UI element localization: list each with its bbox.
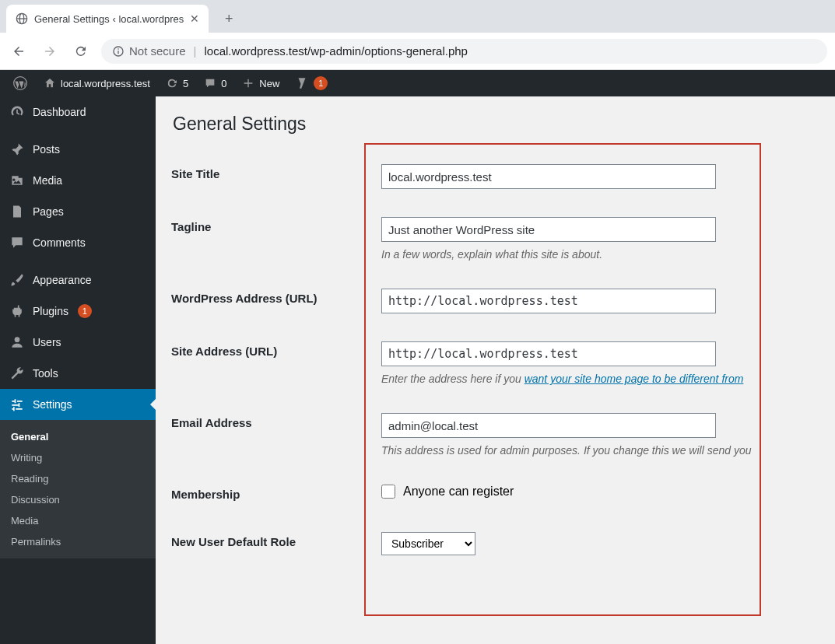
site-address-input[interactable] — [381, 341, 716, 366]
membership-checkbox[interactable] — [381, 485, 395, 499]
menu-label: Users — [33, 336, 61, 348]
tagline-label: Tagline — [171, 203, 374, 275]
menu-pages[interactable]: Pages — [0, 196, 156, 227]
submenu-media[interactable]: Media — [0, 510, 156, 531]
content-area: General Settings Site Title Tagline In a… — [156, 96, 835, 644]
forward-button[interactable] — [39, 40, 61, 62]
site-title-label: Site Title — [171, 150, 374, 203]
menu-label: Appearance — [33, 274, 92, 286]
menu-comments[interactable]: Comments — [0, 227, 156, 258]
site-name: local.wordpress.test — [61, 78, 150, 89]
new-tab-button[interactable]: + — [218, 8, 240, 30]
site-address-desc: Enter the address here if you want your … — [381, 373, 812, 385]
brush-icon — [9, 272, 25, 288]
dashboard-icon — [9, 104, 25, 120]
menu-posts[interactable]: Posts — [0, 134, 156, 165]
site-address-label: Site Address (URL) — [171, 327, 374, 399]
menu-label: Pages — [33, 205, 64, 218]
menu-label: Media — [33, 174, 62, 187]
comments-count: 0 — [221, 78, 226, 89]
browser-toolbar: Not secure | local.wordpress.test/wp-adm… — [0, 33, 835, 70]
info-icon — [112, 45, 125, 58]
membership-label: Membership — [171, 471, 374, 518]
tagline-input[interactable] — [381, 217, 716, 242]
site-title-input[interactable] — [381, 164, 716, 189]
wp-logo[interactable] — [5, 70, 36, 96]
submenu-reading[interactable]: Reading — [0, 468, 156, 489]
wp-address-label: WordPress Address (URL) — [171, 275, 374, 327]
url-text: local.wordpress.test/wp-admin/options-ge… — [204, 44, 468, 58]
yoast-badge: 1 — [314, 76, 328, 90]
menu-plugins[interactable]: Plugins 1 — [0, 296, 156, 327]
plugins-badge: 1 — [78, 304, 92, 318]
user-icon — [9, 334, 25, 350]
pin-icon — [9, 142, 25, 157]
menu-appearance[interactable]: Appearance — [0, 264, 156, 296]
reload-button[interactable] — [70, 40, 92, 62]
site-address-help-link[interactable]: want your site home page to be different… — [525, 373, 744, 385]
wordpress-icon — [12, 75, 28, 91]
sliders-icon — [9, 397, 25, 412]
menu-label: Posts — [33, 143, 60, 156]
wrench-icon — [9, 366, 25, 381]
default-role-select[interactable]: Subscriber — [381, 532, 475, 555]
wp-address-input[interactable] — [381, 289, 716, 313]
submenu-discussion[interactable]: Discussion — [0, 489, 156, 510]
address-bar[interactable]: Not secure | local.wordpress.test/wp-adm… — [101, 39, 827, 64]
comments-link[interactable]: 0 — [196, 70, 234, 96]
membership-text: Anyone can register — [403, 485, 514, 499]
menu-label: Plugins — [33, 305, 68, 317]
plug-icon — [9, 303, 25, 319]
menu-label: Tools — [33, 367, 58, 380]
new-label: New — [259, 78, 279, 89]
menu-dashboard[interactable]: Dashboard — [0, 96, 156, 128]
submenu-permalinks[interactable]: Permalinks — [0, 531, 156, 552]
wp-admin-bar: local.wordpress.test 5 0 New 1 — [0, 70, 835, 96]
yoast-link[interactable]: 1 — [287, 70, 335, 96]
menu-label: Comments — [33, 236, 86, 249]
browser-tab-strip: General Settings ‹ local.wordpres ✕ + — [0, 0, 835, 33]
submenu-writing[interactable]: Writing — [0, 447, 156, 468]
menu-users[interactable]: Users — [0, 327, 156, 358]
not-secure-label: Not secure — [129, 44, 186, 58]
menu-label: Settings — [33, 398, 72, 411]
tagline-desc: In a few words, explain what this site i… — [381, 248, 812, 261]
svg-point-5 — [118, 48, 119, 50]
updates-count: 5 — [183, 78, 188, 89]
svg-point-7 — [15, 337, 20, 342]
email-input[interactable] — [381, 413, 716, 438]
menu-media[interactable]: Media — [0, 165, 156, 196]
site-link[interactable]: local.wordpress.test — [36, 70, 158, 96]
divider: | — [194, 44, 197, 58]
menu-settings[interactable]: Settings — [0, 389, 156, 420]
close-tab-icon[interactable]: ✕ — [190, 12, 199, 25]
page-title: General Settings — [173, 114, 819, 135]
updates-link[interactable]: 5 — [158, 70, 196, 96]
settings-submenu: General Writing Reading Discussion Media… — [0, 420, 156, 558]
security-indicator[interactable]: Not secure — [112, 44, 186, 58]
comment-icon — [204, 77, 216, 89]
submenu-general[interactable]: General — [0, 426, 156, 447]
yoast-icon — [295, 76, 309, 90]
plus-icon — [242, 77, 254, 89]
comment-icon — [9, 235, 25, 250]
menu-label: Dashboard — [33, 106, 86, 118]
email-label: Email Address — [171, 399, 374, 471]
favicon-icon — [16, 12, 28, 25]
updates-icon — [166, 77, 178, 89]
email-desc: This address is used for admin purposes.… — [381, 444, 812, 457]
browser-tab[interactable]: General Settings ‹ local.wordpres ✕ — [6, 5, 209, 33]
membership-checkbox-label[interactable]: Anyone can register — [381, 485, 812, 499]
admin-sidebar: Dashboard Posts Media Pages Comments App… — [0, 96, 156, 644]
back-button[interactable] — [8, 40, 30, 62]
home-icon — [44, 77, 56, 89]
page-icon — [9, 204, 25, 219]
tab-title: General Settings ‹ local.wordpres — [34, 13, 184, 25]
default-role-label: New User Default Role — [171, 518, 374, 569]
new-link[interactable]: New — [234, 70, 287, 96]
settings-form: Site Title Tagline In a few words, expla… — [171, 150, 819, 569]
media-icon — [9, 173, 25, 188]
menu-tools[interactable]: Tools — [0, 358, 156, 389]
